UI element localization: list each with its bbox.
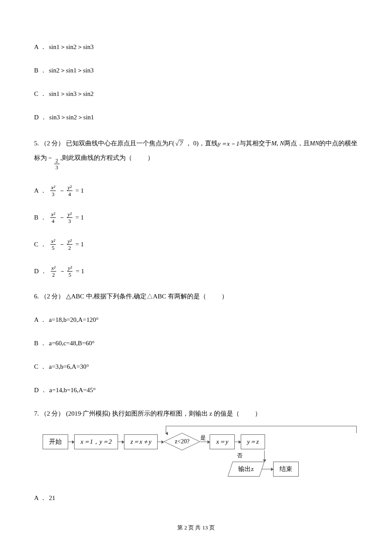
page-footer: 第 2 页 共 13 页 <box>34 524 358 532</box>
option-label: D ． <box>34 113 47 122</box>
q4-option-b: B ． sin2＞sin1＞sin3 <box>34 66 358 75</box>
option-text: sin3＞sin2＞sin1 <box>49 113 94 122</box>
fraction: x²2 <box>50 265 57 278</box>
arrow-icon <box>158 442 164 442</box>
option-label: C ． <box>34 240 46 249</box>
q6-stem: 6. （2 分） △ABC 中,根据下列条件,确定△ABC 有两解的是（） <box>34 292 358 301</box>
flow-assign: z＝x＋y <box>124 434 158 449</box>
arrow-icon <box>262 469 273 469</box>
option-label: A ． <box>34 315 46 324</box>
flow-start: 开始 <box>43 434 68 449</box>
flow-end: 结束 <box>273 462 299 477</box>
q6-option-c: C ． a=3,b=6,A=30° <box>34 362 358 371</box>
option-label: D ． <box>34 386 47 395</box>
q4-option-c: C ． sin1＞sin3＞sin2 <box>34 90 358 98</box>
option-label: C ． <box>34 90 46 98</box>
flow-init: x＝1，y＝2 <box>74 434 118 449</box>
option-label: A ． <box>34 494 46 503</box>
option-label: B ． <box>34 213 46 222</box>
option-text: sin2＞sin1＞sin3 <box>49 66 94 75</box>
question-number: 5. <box>34 140 39 147</box>
fraction: x²4 <box>50 211 57 224</box>
option-text: a=18,b=20,A=120° <box>49 315 98 324</box>
option-label: B ． <box>34 66 46 75</box>
flow-decision: z<20? <box>164 433 200 451</box>
option-text: 21 <box>49 494 55 503</box>
no-label: 否 <box>237 452 242 460</box>
q5-option-c: C ． x²5 － y²2 = 1 <box>34 238 358 251</box>
fraction: y²4 <box>66 185 73 197</box>
option-text: sin1＞sin3＞sin2 <box>49 90 94 98</box>
option-label: C ． <box>34 362 46 371</box>
question-points: （2 分） <box>40 140 64 147</box>
q6-option-d: D ． a=14,b=16,A=45° <box>34 386 358 395</box>
option-label: D ． <box>34 267 47 276</box>
q7-stem: 7. （2 分） (2019·广州模拟) 执行如图所示的程序框图，则输出 z 的… <box>34 409 358 418</box>
q5-option-d: D ． x²2 － y²5 = 1 <box>34 265 358 278</box>
arrow-icon <box>118 442 124 442</box>
option-text: a=3,b=6,A=30° <box>49 362 89 371</box>
question-source: (2019·广州模拟) <box>66 409 110 418</box>
flowchart: 开始 x＝1，y＝2 z＝x＋y z<20? 是 x＝y y＝z 否 <box>43 433 358 477</box>
yes-label: 是 <box>200 434 206 442</box>
question-points: （2 分） <box>40 409 64 418</box>
fraction: y²5 <box>66 265 73 278</box>
q7-option-a: A ． 21 <box>34 494 358 503</box>
q5-stem: 5. （2 分） 已知双曲线中心在原点且一个焦点为F(√7 ， 0)，直线y＝x… <box>34 136 358 170</box>
flow-output: 输出z <box>228 462 264 477</box>
fraction: x²5 <box>50 238 57 251</box>
q4-option-a: A ． sin1＞sin2＞sin3 <box>34 43 358 52</box>
option-text: a=60,c=48,B=60° <box>49 339 95 348</box>
fraction: x²3 <box>50 185 57 197</box>
q4-option-d: D ． sin3＞sin2＞sin1 <box>34 113 358 122</box>
flow-step2: y＝z <box>241 434 265 449</box>
fraction: 23 <box>54 158 60 170</box>
arrow-icon <box>68 442 74 442</box>
option-text: sin1＞sin2＞sin3 <box>49 43 94 52</box>
page-content: A ． sin1＞sin2＞sin3 B ． sin2＞sin1＞sin3 C … <box>0 0 392 549</box>
arrow-icon: 是 <box>200 442 210 442</box>
q5-option-b: B ． x²4 － y²3 = 1 <box>34 211 358 224</box>
option-label: A ． <box>34 43 46 52</box>
option-text: a=14,b=16,A=45° <box>49 386 96 395</box>
flow-step1: x＝y <box>210 434 234 449</box>
q5-option-a: A ． x²3 － y²4 = 1 <box>34 185 358 197</box>
option-label: B ． <box>34 339 46 348</box>
question-number: 7. <box>34 409 39 418</box>
question-points: （2 分） <box>40 292 64 301</box>
arrow-icon <box>235 442 241 442</box>
q6-option-b: B ． a=60,c=48,B=60° <box>34 339 358 348</box>
fraction: y²3 <box>66 211 73 224</box>
arrow-down-icon <box>264 451 265 462</box>
fraction: y²2 <box>66 238 73 251</box>
q6-option-a: A ． a=18,b=20,A=120° <box>34 315 358 324</box>
option-label: A ． <box>34 186 46 195</box>
question-number: 6. <box>34 292 39 301</box>
